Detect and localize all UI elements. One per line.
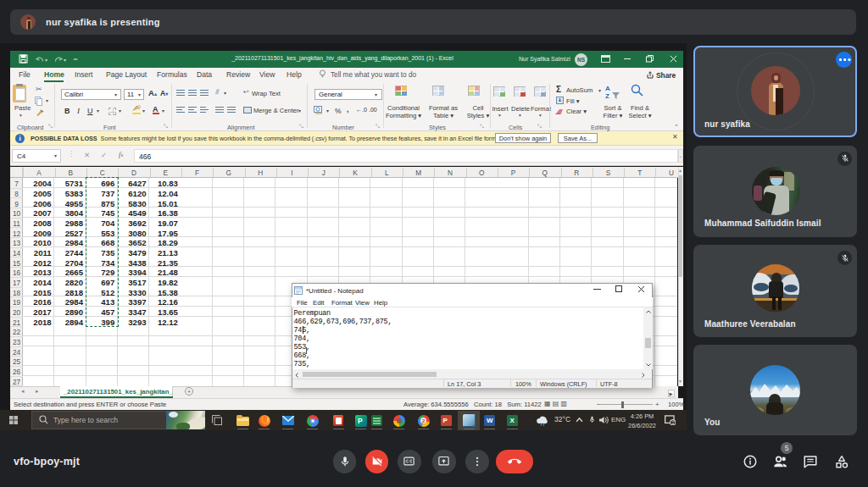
svg-text:Z: Z (605, 92, 609, 99)
svg-text:A: A (605, 85, 610, 92)
